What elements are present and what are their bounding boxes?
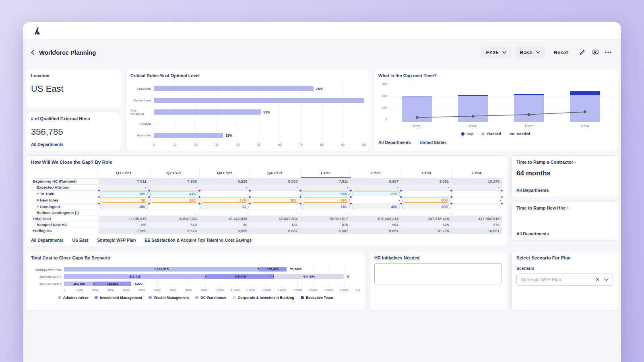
table-cell[interactable]: 8,687 xyxy=(351,178,401,184)
column-header[interactable]: Q3 FY21 xyxy=(200,168,250,178)
table-cell[interactable]: 140 xyxy=(200,197,250,203)
table-cell[interactable]: - xyxy=(149,203,199,210)
table-cell[interactable]: 120 xyxy=(149,197,199,203)
table-cell[interactable]: - xyxy=(351,210,401,216)
table-cell[interactable]: - xyxy=(200,190,250,197)
table-cell[interactable]: 10,276 xyxy=(452,178,502,184)
column-header[interactable]: Q2 FY21 xyxy=(149,168,199,178)
table-cell[interactable]: 595 xyxy=(300,197,351,203)
needed-point[interactable] xyxy=(528,113,530,116)
card-footer-tab[interactable]: All Departments xyxy=(516,188,613,193)
table-cell[interactable]: - xyxy=(401,190,452,197)
footer-tab[interactable]: EE Satisfaction & Acquire Top Talent w. … xyxy=(144,238,252,243)
column-header[interactable]: FY24 xyxy=(452,168,502,178)
more-options-icon[interactable] xyxy=(603,47,613,57)
table-cell[interactable]: 196,402,218 xyxy=(351,216,401,222)
table-cell[interactable]: 8,526 xyxy=(149,228,199,234)
row-label[interactable]: Reduce Contingents (-) xyxy=(31,210,99,216)
needed-point[interactable] xyxy=(471,115,474,117)
needed-point[interactable] xyxy=(584,111,586,113)
table-cell[interactable]: 565 xyxy=(300,190,351,197)
row-label[interactable]: # New Hires xyxy=(31,197,99,203)
row-label[interactable]: Expected Attrition xyxy=(31,184,99,190)
footer-tab[interactable]: Strategic WFP Plan xyxy=(97,238,136,243)
hr-initiatives-input[interactable] xyxy=(374,263,502,284)
table-cell[interactable]: 964 xyxy=(351,222,401,228)
row-label[interactable]: Ending HC xyxy=(31,228,99,234)
table-cell[interactable]: 7,966 xyxy=(99,228,149,234)
table-cell[interactable]: 7,811 xyxy=(300,178,351,184)
editable-cell-value[interactable]: 600 xyxy=(402,197,450,203)
table-cell[interactable]: - xyxy=(452,203,502,210)
table-cell[interactable]: 10,276 xyxy=(401,228,452,234)
editable-cell-value[interactable]: 565 xyxy=(301,191,350,196)
footer-tab[interactable]: US East xyxy=(72,238,89,243)
editable-cell-value[interactable]: 305 xyxy=(251,197,299,203)
editable-cell-value[interactable]: 140 xyxy=(200,197,249,203)
editable-cell-value[interactable]: 161 xyxy=(301,204,350,209)
table-cell[interactable]: 417,982,818 xyxy=(452,216,502,222)
table-cell[interactable]: - xyxy=(250,184,300,190)
column-header[interactable]: Q1 FY21 xyxy=(99,168,149,178)
table-cell[interactable]: 155 xyxy=(99,190,149,197)
period-selector[interactable]: FY25 xyxy=(481,46,511,58)
card-footer-tab[interactable]: All Departments xyxy=(516,231,613,236)
version-selector[interactable]: Base xyxy=(515,46,545,58)
table-cell[interactable]: 305 xyxy=(250,197,300,203)
table-cell[interactable]: 19,442,838 xyxy=(200,216,250,222)
table-cell[interactable]: 375 xyxy=(452,222,502,228)
card-title-link[interactable]: Time to Ramp New Hire› xyxy=(516,206,613,210)
bar[interactable] xyxy=(154,133,223,138)
editable-cell-value[interactable]: 219 xyxy=(352,191,400,196)
table-cell[interactable]: 9,651 xyxy=(401,178,452,184)
table-cell[interactable]: 560 xyxy=(149,222,199,228)
table-cell[interactable]: - xyxy=(250,203,300,210)
row-label[interactable]: # Contingent xyxy=(31,203,99,210)
table-cell[interactable]: - xyxy=(300,184,351,190)
table-cell[interactable]: 876 xyxy=(300,222,351,228)
table-cell[interactable]: - xyxy=(452,190,502,197)
table-cell[interactable]: 7,811 xyxy=(99,178,149,184)
table-cell[interactable]: 33,831,304 xyxy=(250,216,300,222)
card-title-link[interactable]: Time to Ramp a Contractor› xyxy=(516,160,613,165)
table-cell[interactable]: 8,687 xyxy=(250,228,300,234)
table-cell[interactable]: - xyxy=(99,210,149,216)
table-cell[interactable]: - xyxy=(200,210,250,216)
table-cell[interactable]: - xyxy=(452,184,502,190)
table-cell[interactable]: 8,556 xyxy=(250,178,300,184)
table-cell[interactable]: - xyxy=(300,210,351,216)
column-header[interactable]: FY21 xyxy=(300,168,351,178)
table-cell[interactable]: 78,989,517 xyxy=(300,216,351,222)
editable-cell-value[interactable]: 120 xyxy=(150,197,198,203)
chevron-down-icon[interactable] xyxy=(604,278,609,281)
table-cell[interactable]: 16,610,063 xyxy=(149,216,199,222)
card-footer-tab[interactable]: All Departments xyxy=(31,142,116,147)
table-cell[interactable]: 10,651 xyxy=(452,228,502,234)
table-cell[interactable]: 11 xyxy=(200,203,250,210)
back-button[interactable] xyxy=(29,48,37,57)
table-cell[interactable]: 7,966 xyxy=(149,178,199,184)
table-cell[interactable]: 150 xyxy=(99,203,149,210)
editable-cell-value[interactable]: 595 xyxy=(301,197,350,203)
table-cell[interactable]: - xyxy=(200,184,250,190)
column-header[interactable]: FY22 xyxy=(351,168,401,178)
table-cell[interactable]: - xyxy=(250,210,300,216)
table-cell[interactable]: 9,105,313 xyxy=(99,216,149,222)
bar[interactable] xyxy=(154,86,314,91)
table-cell[interactable]: 625 xyxy=(401,222,452,228)
table-cell[interactable]: 410 xyxy=(149,190,199,197)
editable-cell-value[interactable]: 150 xyxy=(100,204,148,209)
table-cell[interactable]: 8,687 xyxy=(300,228,351,234)
bar[interactable] xyxy=(154,98,364,103)
anaplan-logo-icon[interactable] xyxy=(32,26,41,36)
row-label[interactable]: Total Cost xyxy=(31,216,99,222)
footer-tab[interactable]: United States xyxy=(420,140,447,145)
editable-cell-value[interactable]: 155 xyxy=(100,191,148,196)
table-cell[interactable]: 400 xyxy=(351,203,401,210)
table-cell[interactable]: 161 xyxy=(300,203,351,210)
clear-icon[interactable]: ✕ xyxy=(596,277,599,282)
column-header[interactable]: FY23 xyxy=(401,168,452,178)
table-cell[interactable]: - xyxy=(99,184,149,190)
table-cell[interactable]: - xyxy=(401,210,452,216)
editable-cell-value[interactable]: 300 xyxy=(402,204,450,209)
